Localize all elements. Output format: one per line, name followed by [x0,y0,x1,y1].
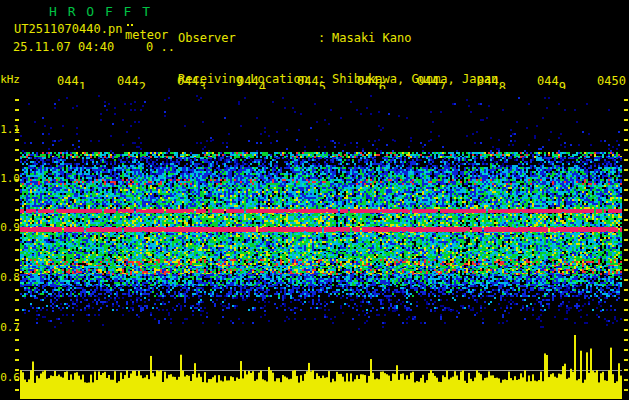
freq-tick-right [624,309,628,311]
app-title: H R O F F T [49,4,152,19]
time-tick-label: 0450 [597,74,626,89]
info-separator: : [318,32,332,45]
freq-tick-left [15,159,19,161]
freq-axis-unit: kHz [0,73,20,86]
freq-tick-left [15,369,19,371]
info-row-observer: Observer:Masaki Kano [178,32,578,45]
freq-tick-right [624,349,628,351]
freq-tick-right [624,169,628,171]
time-tick-label: 0449 [537,74,566,89]
freq-tick-label: 0.9 [0,221,20,234]
freq-tick-left [15,279,19,281]
info-value: Masaki Kano [332,32,411,45]
freq-tick-left [15,309,19,311]
freq-tick-left [15,379,19,381]
freq-tick-left [15,319,19,321]
freq-tick-right [624,229,628,231]
freq-tick-right [624,259,628,261]
freq-tick-right [624,249,628,251]
time-tick-label: 0441 [57,74,86,89]
freq-tick-right [624,389,628,391]
freq-tick-right [624,369,628,371]
freq-tick-right [624,189,628,191]
time-tick-label: 0442 [117,74,146,89]
info-label: Observer [178,32,318,45]
freq-tick-right [624,109,628,111]
hrofft-output-screen: H R O F F T UT2511070440.pn meteor 25.11… [0,0,629,400]
power-strip-canvas [20,330,622,400]
freq-tick-right [624,99,628,101]
freq-tick-right [624,219,628,221]
freq-tick-left [15,299,19,301]
freq-tick-left [15,179,19,181]
freq-tick-left [15,219,19,221]
freq-tick-left [15,109,19,111]
output-filename: UT2511070440.pn [14,22,122,36]
freq-tick-left [15,209,19,211]
freq-tick-left [15,139,19,141]
freq-tick-left [15,199,19,201]
echo-counter: 0 .. [146,40,175,54]
freq-tick-right [624,199,628,201]
freq-tick-right [624,239,628,241]
freq-tick-right [624,279,628,281]
freq-tick-left [15,339,19,341]
time-tick-label: 0445 [297,74,326,89]
freq-tick-right [624,179,628,181]
freq-tick-left [15,189,19,191]
freq-tick-label: 0.8 [0,271,20,284]
freq-tick-left [15,229,19,231]
freq-tick-left [15,129,19,131]
freq-tick-left [15,249,19,251]
time-tick-label: 0447 [417,74,446,89]
freq-tick-right [624,329,628,331]
freq-tick-right [624,139,628,141]
freq-tick-label: 0.7 [0,321,20,334]
time-tick-label: 0443 [177,74,206,89]
freq-tick-right [624,299,628,301]
observation-datetime: 25.11.07 04:40 [13,40,114,54]
freq-tick-left [15,99,19,101]
freq-tick-left [15,389,19,391]
filename-g-dot [127,24,129,26]
freq-tick-left [15,259,19,261]
freq-tick-right [624,149,628,151]
freq-tick-right [624,289,628,291]
freq-tick-right [624,119,628,121]
filename-g-dot [131,24,133,26]
freq-tick-right [624,339,628,341]
freq-tick-right [624,269,628,271]
freq-tick-left [15,269,19,271]
time-tick-label: 0446 [357,74,386,89]
freq-tick-left [15,329,19,331]
freq-tick-right [624,129,628,131]
freq-tick-right [624,379,628,381]
freq-tick-left [15,289,19,291]
time-tick-label: 0448 [477,74,506,89]
time-tick-label: 0444 [237,74,266,89]
freq-tick-left [15,349,19,351]
freq-tick-left [15,359,19,361]
freq-tick-left [15,169,19,171]
freq-tick-right [624,319,628,321]
freq-tick-left [15,239,19,241]
freq-tick-right [624,209,628,211]
freq-tick-left [15,149,19,151]
freq-tick-label: 0.6 [0,371,20,384]
freq-tick-right [624,359,628,361]
freq-tick-right [624,159,628,161]
freq-tick-left [15,119,19,121]
